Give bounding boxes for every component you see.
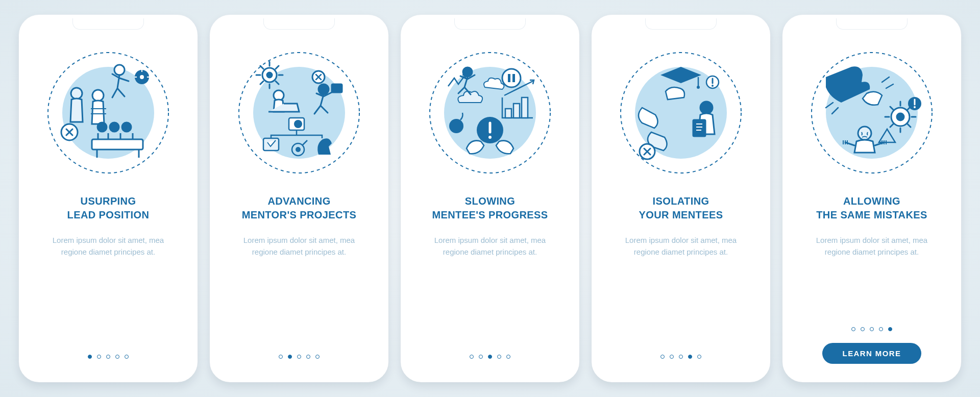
pagination-dots xyxy=(851,327,892,331)
svg-point-5 xyxy=(71,88,82,99)
page-dot[interactable] xyxy=(97,355,101,359)
page-dot[interactable] xyxy=(315,355,320,359)
page-dot[interactable] xyxy=(688,355,692,359)
page-dot[interactable] xyxy=(125,355,129,359)
screen-title: ISOLATING YOUR MENTEES xyxy=(639,194,723,222)
page-dot[interactable] xyxy=(297,355,301,359)
phone-notch xyxy=(72,18,144,30)
svg-rect-33 xyxy=(522,97,528,118)
svg-rect-43 xyxy=(693,120,705,136)
onboarding-screen-2: ADVANCING MENTOR'S PROJECTS Lorem ipsum … xyxy=(210,15,388,382)
phone-notch xyxy=(645,18,717,30)
learn-more-button[interactable]: LEARN MORE xyxy=(822,343,922,364)
slowing-progress-icon xyxy=(424,46,556,179)
page-dot[interactable] xyxy=(670,355,674,359)
page-dot[interactable] xyxy=(479,355,483,359)
onboarding-screen-4: ISOLATING YOUR MENTEES Lorem ipsum dolor… xyxy=(592,15,770,382)
screen-body: Lorem ipsum dolor sit amet, mea regione … xyxy=(42,234,175,258)
svg-rect-29 xyxy=(508,74,510,82)
page-dot[interactable] xyxy=(888,327,892,331)
pagination-dots xyxy=(660,355,701,359)
page-dot[interactable] xyxy=(488,355,492,359)
screen-title: USURPING LEAD POSITION xyxy=(67,194,150,222)
svg-point-2 xyxy=(114,65,125,75)
svg-point-22 xyxy=(294,120,302,128)
phone-notch xyxy=(836,18,908,30)
svg-point-34 xyxy=(449,119,463,133)
page-dot[interactable] xyxy=(306,355,310,359)
svg-point-10 xyxy=(122,122,131,132)
svg-point-15 xyxy=(267,72,272,78)
svg-point-48 xyxy=(897,113,904,120)
page-dot[interactable] xyxy=(697,355,701,359)
page-dot[interactable] xyxy=(115,355,119,359)
page-dot[interactable] xyxy=(506,355,510,359)
pagination-dots xyxy=(279,355,320,359)
svg-point-8 xyxy=(97,122,107,132)
page-dot[interactable] xyxy=(851,327,855,331)
pagination-dots xyxy=(88,355,129,359)
svg-point-9 xyxy=(110,122,119,132)
svg-point-41 xyxy=(712,85,714,87)
page-dot[interactable] xyxy=(88,355,92,359)
onboarding-screen-3: SLOWING MENTEE'S PROGRESS Lorem ipsum do… xyxy=(401,15,579,382)
onboarding-screen-1: USURPING LEAD POSITION Lorem ipsum dolor… xyxy=(19,15,198,382)
svg-rect-31 xyxy=(505,109,511,118)
phone-notch xyxy=(263,18,335,30)
svg-point-50 xyxy=(914,106,916,108)
svg-rect-18 xyxy=(332,84,342,92)
svg-point-24 xyxy=(296,147,301,152)
advancing-projects-icon xyxy=(233,46,365,179)
svg-rect-30 xyxy=(512,74,515,82)
pagination-dots xyxy=(470,355,510,359)
screen-title: ALLOWING THE SAME MISTAKES xyxy=(816,194,927,222)
page-dot[interactable] xyxy=(861,327,865,331)
page-dot[interactable] xyxy=(679,355,683,359)
page-dot[interactable] xyxy=(106,355,110,359)
page-dot[interactable] xyxy=(288,355,292,359)
page-dot[interactable] xyxy=(870,327,874,331)
svg-rect-11 xyxy=(92,139,143,150)
svg-point-28 xyxy=(502,69,521,87)
svg-rect-32 xyxy=(513,104,520,118)
page-dot[interactable] xyxy=(879,327,883,331)
screen-body: Lorem ipsum dolor sit amet, mea regione … xyxy=(615,234,747,258)
screen-body: Lorem ipsum dolor sit amet, mea regione … xyxy=(424,234,556,258)
svg-point-4 xyxy=(140,75,144,79)
page-dot[interactable] xyxy=(497,355,501,359)
screen-title: SLOWING MENTEE'S PROGRESS xyxy=(432,194,548,222)
svg-point-6 xyxy=(92,90,104,101)
screen-body: Lorem ipsum dolor sit amet, mea regione … xyxy=(233,234,365,258)
usurping-lead-icon xyxy=(42,46,175,179)
page-dot[interactable] xyxy=(279,355,283,359)
svg-point-17 xyxy=(318,84,329,94)
screen-body: Lorem ipsum dolor sit amet, mea regione … xyxy=(805,234,938,258)
page-dot[interactable] xyxy=(660,355,665,359)
screen-title: ADVANCING MENTOR'S PROJECTS xyxy=(242,194,357,222)
svg-point-42 xyxy=(700,102,713,114)
svg-point-39 xyxy=(697,86,700,89)
phone-notch xyxy=(454,18,526,30)
svg-point-36 xyxy=(488,136,492,139)
onboarding-screen-5: ALLOWING THE SAME MISTAKES Lorem ipsum d… xyxy=(782,15,961,382)
svg-point-51 xyxy=(858,127,871,140)
page-dot[interactable] xyxy=(470,355,474,359)
allowing-mistakes-icon xyxy=(805,46,938,179)
isolating-mentees-icon xyxy=(615,46,747,179)
